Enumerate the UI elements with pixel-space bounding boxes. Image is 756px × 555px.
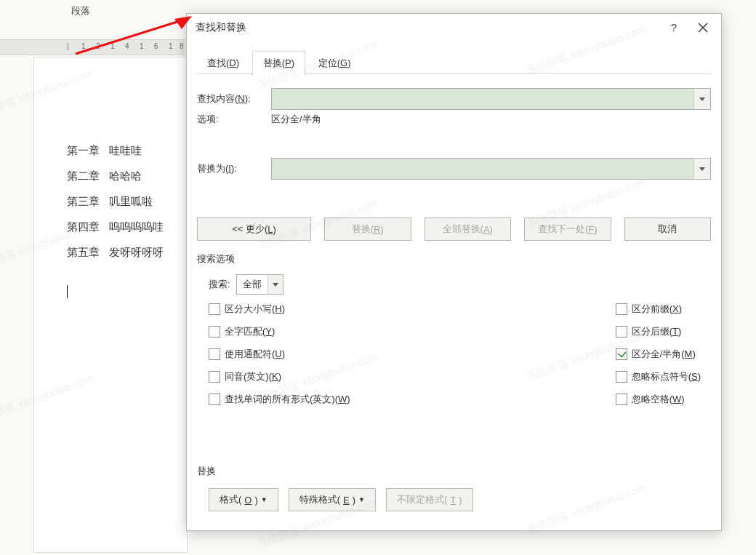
checkbox-icon (616, 303, 627, 315)
find-replace-dialog: 查找和替换 ? 查找(D) 替换(P) 定位(G) 查找内容(N): 选项: 区… (186, 13, 722, 531)
cancel-button[interactable]: 取消 (624, 217, 712, 241)
check-match-case[interactable]: 区分大小写(H) (209, 303, 350, 316)
tab-replace[interactable]: 替换(P) (252, 51, 305, 76)
horizontal-ruler[interactable]: | 1 2 1 4 1 6 1 8 (0, 39, 185, 55)
check-ignore-space[interactable]: 忽略空格(W) (616, 393, 685, 406)
check-whole-word[interactable]: 全字匹配(Y) (209, 325, 350, 338)
replace-button[interactable]: 替换(R) (324, 217, 411, 241)
search-options-label: 搜索选项 (197, 252, 235, 265)
search-direction-value: 全部 (237, 278, 268, 291)
replace-dropdown-button[interactable] (693, 159, 710, 179)
doc-line[interactable]: 第一章 哇哇哇 (67, 145, 142, 156)
options-right-column: 区分前缀(X) 区分后缀(T) 区分全/半角(M) 忽略标点符号(S) 忽略空格… (616, 303, 701, 406)
doc-line[interactable]: 第三章 叽里呱啦 (67, 196, 153, 207)
tab-find[interactable]: 查找(D) (197, 52, 249, 76)
checkbox-icon (616, 394, 627, 405)
svg-marker-4 (699, 97, 705, 101)
options-label: 选项: (197, 113, 264, 126)
format-button[interactable]: 格式(O)▼ (209, 488, 278, 511)
search-direction-row: 搜索: 全部 (209, 274, 284, 295)
svg-marker-6 (273, 283, 278, 287)
tab-goto[interactable]: 定位(G) (308, 52, 361, 76)
search-direction-dropdown[interactable] (268, 275, 283, 294)
caret-down-icon: ▼ (358, 496, 365, 503)
find-dropdown-button[interactable] (693, 89, 710, 109)
dialog-title: 查找和替换 (196, 21, 246, 34)
chevron-down-icon (273, 283, 278, 287)
replace-section-label: 替换 (197, 465, 216, 478)
app-background: 段落 | 1 2 1 4 1 6 1 8 第一章 哇哇哇 第二章 哈哈哈 第三章… (0, 0, 756, 555)
svg-marker-5 (699, 167, 705, 171)
chevron-down-icon (699, 167, 705, 171)
doc-line[interactable]: 第五章 发呀呀呀呀 (67, 247, 164, 257)
check-word-forms[interactable]: 查找单词的所有形式(英文)(W) (209, 393, 350, 406)
doc-line[interactable]: 第二章 哈哈哈 (67, 170, 142, 181)
checkbox-icon (616, 371, 627, 383)
find-next-button[interactable]: 查找下一处(F) (524, 217, 611, 241)
close-button[interactable] (692, 18, 714, 37)
no-format-button[interactable]: 不限定格式(T) (386, 488, 473, 511)
checkbox-icon (209, 371, 220, 383)
find-input[interactable] (272, 89, 693, 109)
find-input-combo[interactable] (271, 88, 711, 110)
search-direction-label: 搜索: (209, 278, 230, 291)
dialog-tabs: 查找(D) 替换(P) 定位(G) (197, 50, 711, 74)
special-format-button[interactable]: 特殊格式(E)▼ (289, 488, 376, 511)
find-label: 查找内容(N): (197, 92, 264, 105)
check-full-half-width[interactable]: 区分全/半角(M) (616, 348, 696, 361)
checkbox-icon (209, 326, 220, 338)
replace-label: 替换为(I): (197, 162, 264, 175)
checkbox-icon (209, 394, 220, 405)
checkbox-icon (616, 348, 627, 360)
format-button-row: 格式(O)▼ 特殊格式(E)▼ 不限定格式(T) (209, 488, 473, 511)
replace-input[interactable] (272, 159, 693, 179)
check-ignore-punct[interactable]: 忽略标点符号(S) (616, 370, 701, 383)
document-page[interactable] (33, 57, 188, 553)
check-wildcards[interactable]: 使用通配符(U) (209, 348, 350, 361)
options-value: 区分全/半角 (271, 113, 321, 126)
chevron-down-icon (699, 97, 705, 101)
check-match-suffix[interactable]: 区分后缀(T) (616, 325, 682, 338)
replace-all-button[interactable]: 全部替换(A) (425, 217, 512, 241)
ribbon-group-paragraph: 段落 (71, 4, 90, 17)
caret-down-icon: ▼ (261, 496, 268, 503)
help-button[interactable]: ? (663, 18, 685, 37)
checkbox-icon (616, 326, 627, 338)
check-sounds-like[interactable]: 同音(英文)(K) (209, 370, 350, 383)
close-icon (698, 23, 708, 33)
ruler-scale: | 1 2 1 4 1 6 1 8 (60, 40, 185, 55)
options-left-column: 区分大小写(H) 全字匹配(Y) 使用通配符(U) 同音(英文)(K) 查找单词… (209, 303, 350, 406)
dialog-button-row: << 更少(L) 替换(R) 全部替换(A) 查找下一处(F) 取消 (197, 217, 711, 241)
replace-input-combo[interactable] (271, 158, 711, 180)
doc-line[interactable]: 第四章 呜呜呜呜哇 (67, 221, 164, 232)
search-direction-select[interactable]: 全部 (236, 274, 284, 295)
check-match-prefix[interactable]: 区分前缀(X) (616, 303, 682, 316)
less-button[interactable]: << 更少(L) (197, 217, 311, 241)
checkbox-icon (209, 303, 220, 315)
text-cursor (67, 285, 68, 298)
checkbox-icon (209, 348, 220, 360)
